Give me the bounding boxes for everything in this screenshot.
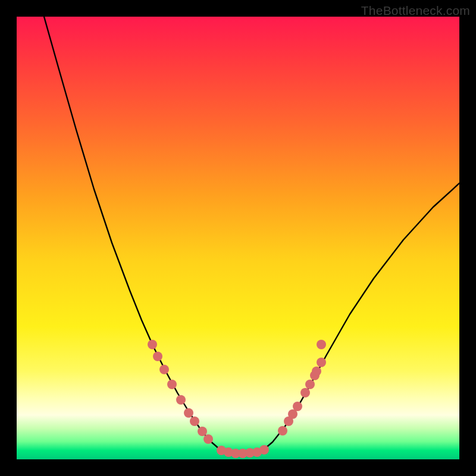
data-point [198,427,207,436]
data-point [305,380,315,389]
watermark-text: TheBottleneck.com [361,4,470,18]
data-point [259,445,269,455]
data-point [153,352,162,361]
chart-svg [17,17,459,459]
data-point [293,402,302,411]
bottleneck-curve [44,17,459,453]
data-point [278,426,287,436]
data-point [317,340,326,349]
data-point [203,434,213,444]
chart-frame: TheBottleneck.com [0,0,476,476]
data-point [176,395,186,405]
data-point [167,380,177,389]
data-point [184,408,193,418]
chart-plot-area [17,17,459,459]
data-point [148,340,157,349]
data-point [300,388,310,397]
data-point [312,367,321,376]
data-point [317,358,326,367]
data-point [159,365,169,374]
data-point [190,416,199,426]
